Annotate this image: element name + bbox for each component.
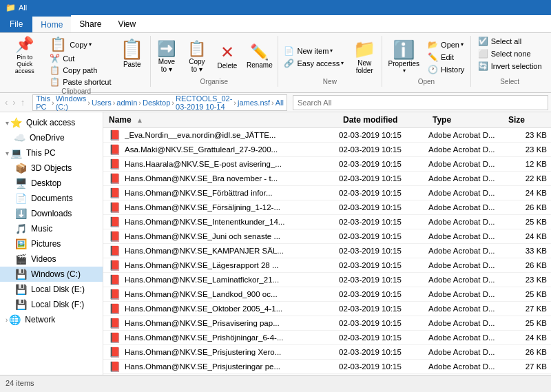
table-row[interactable]: 📕 Hans.Ohman@NKV.SE_Intenentkunder_14...… (103, 215, 551, 229)
table-row[interactable]: 📕 Hans.Ohman@NKV.SE_Bra november - t... … (103, 172, 551, 186)
edit-button[interactable]: ✏️ Edit (425, 52, 467, 63)
file-size: 26 KB (504, 261, 551, 269)
windows-c-icon: 💾 (15, 269, 27, 280)
sidebar: ▾ ⭐ Quick access ☁️ OneDrive ▾ 💻 This PC… (0, 112, 103, 375)
tab-share[interactable]: Share (71, 15, 110, 32)
invert-label: Invert selection (491, 62, 542, 70)
tab-file[interactable]: File (0, 15, 32, 32)
address-bar[interactable]: This PC › Windows (C:) › Users › admin ›… (32, 94, 287, 111)
sidebar-item-local-f[interactable]: 💾 Local Disk (F:) (0, 297, 103, 312)
forward-button[interactable]: › (10, 96, 17, 108)
new-folder-button[interactable]: 📁 Newfolder (351, 39, 378, 76)
invert-selection-button[interactable]: 🔄 Invert selection (475, 61, 545, 72)
breadcrumb-users[interactable]: Users (92, 99, 112, 107)
pin-label: Pin to Quick access (10, 54, 41, 74)
copy-to-button[interactable]: 📋 Copyto ▾ (183, 40, 211, 74)
table-row[interactable]: 📕 Hans.Ohman@NKV.SE_Prisavisering pap...… (103, 316, 551, 331)
select-none-label: Select none (491, 50, 531, 58)
sidebar-item-network[interactable]: › 🌐 Network (0, 312, 103, 327)
header-date[interactable]: Date modified (343, 115, 433, 125)
table-row[interactable]: 📕 Hans.Ohman@NKV.SE_Förbättrad infor... … (103, 186, 551, 200)
move-to-button[interactable]: ➡️ Moveto ▾ (153, 40, 180, 74)
properties-button[interactable]: ℹ️ Properties ▾ (386, 39, 423, 75)
breadcrumb-james[interactable]: james.nsf (238, 99, 270, 107)
file-date: 02-03-2019 10:15 (339, 131, 428, 139)
new-item-button[interactable]: 📄 New item ▾ (281, 45, 346, 56)
select-all-button[interactable]: ☑️ Select all (475, 36, 545, 47)
table-row[interactable]: 📕 Hans.Ohman@NKV.SE_KAMPANJER SÄL... 02-… (103, 244, 551, 258)
breadcrumb-all[interactable]: All (276, 99, 284, 107)
table-row[interactable]: 📕 Hans.Ohman@NKV.SE_Prishöjningar_6-4-..… (103, 331, 551, 345)
videos-label: Videos (31, 254, 56, 264)
paste-shortcut-button[interactable]: 📋 Paste shortcut (47, 76, 114, 87)
sidebar-item-music[interactable]: 🎵 Music (0, 221, 103, 236)
move-dropdown: ▾ (169, 65, 172, 73)
search-input[interactable] (293, 95, 548, 110)
sidebar-item-documents[interactable]: 📄 Documents (0, 191, 103, 206)
table-row[interactable]: 📕 Hans.Ohman@NKV.SE_Oktober 2005_4-1... … (103, 302, 551, 316)
breadcrumb-rectools[interactable]: RECTOOLS_02-03-2019 10-14 (176, 94, 232, 111)
table-row[interactable]: 📕 Hans.Ohman@NKV.SE_Försäljning_1-12-...… (103, 200, 551, 215)
select-stack: ☑️ Select all ⬜ Select none 🔄 Invert sel… (475, 36, 545, 72)
easy-access-button[interactable]: 🔗 Easy access ▾ (281, 58, 346, 69)
sidebar-item-videos[interactable]: 🎬 Videos (0, 251, 103, 267)
file-date: 02-03-2019 10:15 (339, 189, 428, 197)
header-size[interactable]: Size (508, 115, 551, 125)
rename-button[interactable]: ✏️ Rename (244, 43, 276, 70)
open-button[interactable]: 📂 Open ▾ (425, 39, 467, 50)
file-type: Adobe Acrobat D... (428, 189, 504, 197)
videos-icon: 🎬 (15, 254, 27, 265)
delete-button[interactable]: ✕ Delete (214, 43, 241, 71)
table-row[interactable]: 📕 Hans.Ohman@NKV.SE_Prisjustering Xero..… (103, 345, 551, 360)
copyto-icon: 📋 (187, 41, 206, 56)
table-row[interactable]: 📕 Hans.Haarala@NKV.SE_E-post avisering_.… (103, 157, 551, 172)
sidebar-item-quick-access[interactable]: ▾ ⭐ Quick access (0, 115, 103, 130)
paste-button[interactable]: 📋 Paste (118, 36, 145, 70)
header-name[interactable]: Name ▲ (109, 115, 343, 125)
file-size: 22 KB (504, 174, 551, 183)
table-row[interactable]: 📕 Hans.Ohman@NKV.SE_Landkod_900 oc... 02… (103, 287, 551, 302)
table-row[interactable]: 📕 Hans.Ohman@NKV.SE_Laminatfickor_21... … (103, 273, 551, 287)
breadcrumb-admin[interactable]: admin (116, 99, 137, 107)
file-list: Name ▲ Date modified Type Size 📕 _Eva.No… (103, 112, 551, 375)
table-row[interactable]: 📕 Hans.Ohman@NKV.SE_Juni och senaste ...… (103, 229, 551, 244)
move-icon: ➡️ (157, 41, 176, 56)
tab-view[interactable]: View (110, 15, 144, 32)
cut-button[interactable]: ✂️ Cut (47, 53, 114, 64)
breadcrumb-windows[interactable]: Windows (C:) (56, 94, 87, 111)
sidebar-item-onedrive[interactable]: ☁️ OneDrive (0, 130, 103, 145)
pin-to-quick-button[interactable]: 📌 Pin to Quick access (7, 36, 43, 76)
tab-home[interactable]: Home (32, 15, 71, 32)
copy-path-icon: 📋 (50, 65, 60, 75)
history-button[interactable]: 🕐 History (425, 64, 467, 75)
file-name-cell: 📕 Hans.Ohman@NKV.SE_Landkod_900 oc... (109, 289, 339, 300)
table-row[interactable]: 📕 Hans.Ohman@NKV.SE_Lägesrapport 28 ... … (103, 258, 551, 273)
sidebar-item-windows-c[interactable]: 💾 Windows (C:) (0, 267, 103, 282)
breadcrumb-thispc[interactable]: This PC (36, 94, 50, 111)
documents-label: Documents (31, 194, 73, 203)
copy-path-button[interactable]: 📋 Copy path (47, 65, 114, 76)
table-row[interactable]: 📕 Hans.Ohman@NKV.SE_Prisjusteringar pe..… (103, 360, 551, 374)
status-text: 24 items (6, 379, 34, 387)
sidebar-item-local-e[interactable]: 💾 Local Disk (E:) (0, 282, 103, 297)
back-button[interactable]: ‹ (3, 96, 10, 108)
pdf-icon: 📕 (109, 332, 121, 343)
up-button[interactable]: ↑ (19, 96, 28, 108)
sidebar-item-3d-objects[interactable]: 📦 3D Objects (0, 161, 103, 176)
file-name: Hans.Ohman@NKV.SE_Prisjusteringar pe... (125, 362, 280, 371)
sidebar-item-desktop[interactable]: 🖥️ Desktop (0, 176, 103, 191)
file-size: 26 KB (504, 203, 551, 212)
copy-button[interactable]: 📋 Copy ▾ (47, 36, 114, 52)
table-row[interactable]: 📕 _Eva.Nordin__eva.nordin@idl.se_JÄTTE..… (103, 128, 551, 143)
music-label: Music (31, 224, 52, 234)
pdf-icon: 📕 (109, 187, 121, 198)
sidebar-item-pictures[interactable]: 🖼️ Pictures (0, 236, 103, 251)
header-type[interactable]: Type (433, 115, 508, 125)
select-none-button[interactable]: ⬜ Select none (475, 48, 545, 59)
sidebar-item-downloads[interactable]: ⬇️ Downloads (0, 206, 103, 221)
table-row[interactable]: 📕 Hans.Ohman@NKV.SE_September 2005 ... 0… (103, 374, 551, 375)
local-e-icon: 💾 (15, 284, 27, 295)
breadcrumb-desktop[interactable]: Desktop (143, 99, 170, 107)
sidebar-item-this-pc[interactable]: ▾ 💻 This PC (0, 145, 103, 161)
table-row[interactable]: 📕 Asa.Maki@NKV.SE_Grattulearl_27-9-200..… (103, 143, 551, 157)
